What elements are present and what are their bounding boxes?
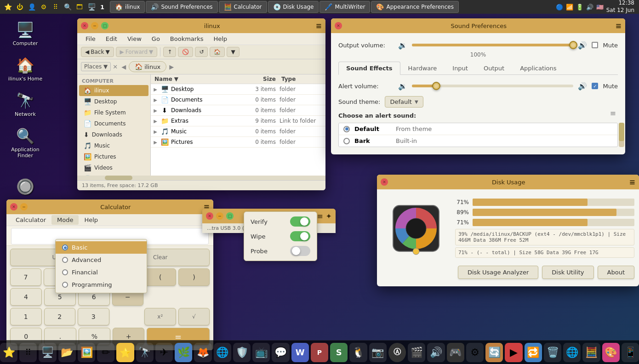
mw-menu-icon[interactable]: ≡ <box>317 212 323 221</box>
table-row[interactable]: ▶ 🖥️ Desktop 3 items folder <box>151 84 325 95</box>
dock-paint-icon[interactable]: 🖼️ <box>78 343 95 362</box>
task-appear[interactable]: 🎨 Appearance Preferences <box>371 1 458 13</box>
sp-alert-slider-thumb[interactable] <box>432 82 440 90</box>
desktop-icon-home[interactable]: 🏠 ilinux's Home <box>5 54 46 85</box>
fm-back-btn[interactable]: ◀ Back ▼ <box>81 47 114 57</box>
calc-btn-2[interactable]: 2 <box>44 308 76 325</box>
desktop-icon-network[interactable]: 🔭 Network <box>5 89 46 120</box>
fm-maximize-btn[interactable]: □ <box>101 22 108 29</box>
desktop-icon-computer[interactable]: 🖥️ Computer <box>5 18 46 49</box>
fm-close-btn[interactable]: ✕ <box>81 22 88 29</box>
fm-menu-edit[interactable]: Edit <box>101 34 122 44</box>
du-analyzer-btn[interactable]: Disk Usage Analyzer <box>458 266 538 279</box>
sidebar-item-desktop[interactable]: 🖥️ Desktop <box>79 96 148 107</box>
fm-minimize-btn[interactable]: − <box>91 22 98 29</box>
table-row[interactable]: ▶ 📁 Extras 9 items Link to folder <box>151 116 325 126</box>
grid-icon[interactable]: ⠿ <box>51 2 61 12</box>
dock-sound-icon[interactable]: 🔊 <box>427 343 445 362</box>
table-row[interactable]: ▶ 📄 Documents 0 items folder <box>151 95 325 105</box>
desktop-icon-appfinder[interactable]: 🔍 Application Finder <box>5 125 46 161</box>
task-disk[interactable]: 💿 Disk Usage <box>268 1 319 13</box>
table-row[interactable]: ▶ 🎵 Music 0 items folder <box>151 126 325 137</box>
network-icon[interactable]: 📶 <box>566 4 573 11</box>
monitor-icon[interactable]: 🖥️ <box>86 2 97 12</box>
mode-item-financial[interactable]: Financial <box>56 266 147 279</box>
list-item[interactable]: Bark Built-in <box>339 135 617 147</box>
fm-up-btn[interactable]: ↑ <box>163 47 176 57</box>
task-sound[interactable]: 🔊 Sound Preferences <box>146 1 217 13</box>
dock-plane-icon[interactable]: ✈️ <box>155 343 173 362</box>
mw-extra-icon[interactable]: ✦ <box>326 212 332 221</box>
star-icon[interactable]: ⭐ <box>3 2 13 12</box>
sp-radio-bark[interactable] <box>343 138 350 144</box>
dock-tv-icon[interactable]: 📺 <box>252 343 270 362</box>
sp-close-btn[interactable]: ✕ <box>335 22 342 29</box>
dock-movie-icon[interactable]: 🎬 <box>408 343 425 362</box>
volume-icon[interactable]: 🔊 <box>586 4 593 11</box>
fm-crumb-right-btn[interactable]: ▶ <box>167 63 176 70</box>
calc-btn-4[interactable]: 4 <box>10 288 42 306</box>
calc-btn-rpar[interactable]: ) <box>178 268 210 286</box>
dock-fav-icon[interactable]: ⭐ <box>116 343 134 362</box>
sidebar-item-ilinux[interactable]: 🏠 ilinux <box>79 85 148 96</box>
fm-menu-icon[interactable]: ≡ <box>316 22 322 30</box>
dock-web-icon[interactable]: 🌐 <box>563 343 581 362</box>
battery-icon[interactable]: 🔋 <box>576 4 583 11</box>
calc-menu-calculator[interactable]: Calculator <box>10 215 51 225</box>
dock-word-icon[interactable]: W <box>291 343 309 362</box>
du-close-btn[interactable]: ✕ <box>381 178 388 186</box>
dock-circles-icon[interactable]: ⠿ <box>19 343 37 362</box>
fm-col-name[interactable]: Name ▼ <box>151 76 243 82</box>
dock-trash-icon[interactable]: 🗑️ <box>544 343 561 362</box>
sidebar-item-documents[interactable]: 📄 Documents <box>79 118 148 129</box>
dock-repeat-icon[interactable]: 🔁 <box>525 343 542 362</box>
calc-btn-3[interactable]: 3 <box>78 308 109 325</box>
dock-fox-icon[interactable]: 🦊 <box>194 343 211 362</box>
table-row[interactable]: ▶ ⬇️ Downloads 0 items folder <box>151 105 325 116</box>
list-item[interactable]: Default From theme <box>339 123 617 135</box>
calc-close-btn[interactable]: ✕ <box>10 203 17 210</box>
search-icon-top[interactable]: 🔍 <box>63 2 73 12</box>
window-icon[interactable]: 🗔 <box>74 2 85 12</box>
dock-gear-icon[interactable]: ⚙️ <box>466 343 484 362</box>
mw-close-btn[interactable]: ✕ <box>206 212 213 220</box>
dock-leaf-icon[interactable]: 🌿 <box>175 343 192 362</box>
mode-item-programming[interactable]: Programming <box>56 279 147 291</box>
du-menu-icon[interactable]: ≡ <box>629 178 635 187</box>
power-icon[interactable]: ⏻ <box>15 2 25 12</box>
dock-writer-icon[interactable]: P <box>311 343 328 362</box>
task-multi[interactable]: 🖊️ MultiWriter <box>320 1 370 13</box>
mw-minimize-btn[interactable]: − <box>216 212 223 220</box>
calc-minimize-btn[interactable]: − <box>20 203 28 210</box>
dock-palette-icon[interactable]: 🎨 <box>602 343 620 362</box>
vw-probe-toggle[interactable] <box>290 246 310 256</box>
calc-menu-mode[interactable]: Mode <box>51 215 79 225</box>
dock-globe-icon[interactable]: 🌐 <box>214 343 231 362</box>
calc-menu-help[interactable]: Help <box>79 215 103 225</box>
sidebar-item-downloads[interactable]: ⬇️ Downloads <box>79 129 148 140</box>
settings-icon[interactable]: ⚙️ <box>39 2 49 12</box>
sp-tab-sound-effects[interactable]: Sound Effects <box>338 62 400 75</box>
dock-calc-dock-icon[interactable]: 🧮 <box>582 343 600 362</box>
mode-item-advanced[interactable]: Advanced <box>56 254 147 266</box>
fm-menu-bookmarks[interactable]: Bookmarks <box>165 34 208 44</box>
sidebar-item-music[interactable]: 🎵 Music <box>79 140 148 151</box>
fm-menu-help[interactable]: Help <box>209 34 232 44</box>
dock-scope-icon[interactable]: 🔭 <box>136 343 154 362</box>
calc-btn-sq[interactable]: x² <box>144 308 176 325</box>
sidebar-item-filesystem[interactable]: 📁 File System <box>79 107 148 118</box>
du-utility-btn[interactable]: Disk Utility <box>542 266 593 279</box>
sp-alert-mute-checkbox[interactable]: ✓ <box>592 83 598 89</box>
sp-list-scroll-thumb[interactable] <box>619 123 624 141</box>
dock-sheets-icon[interactable]: S <box>330 343 348 362</box>
bluetooth-icon[interactable]: 🔵 <box>556 4 563 11</box>
sidebar-item-videos[interactable]: 🎬 Videos <box>79 162 148 173</box>
fm-reload-btn[interactable]: ↺ <box>195 47 208 57</box>
sp-tab-input[interactable]: Input <box>445 62 476 74</box>
mw-maximize-btn[interactable]: □ <box>226 212 234 220</box>
task-calc[interactable]: 🧮 Calculator <box>219 1 267 13</box>
sp-menu-icon[interactable]: ≡ <box>616 22 622 30</box>
flag-icon[interactable]: 🇺🇸 <box>596 4 604 11</box>
sp-output-slider-thumb[interactable] <box>569 41 577 49</box>
task-ilinux[interactable]: 🏠 ilinux <box>110 1 145 13</box>
